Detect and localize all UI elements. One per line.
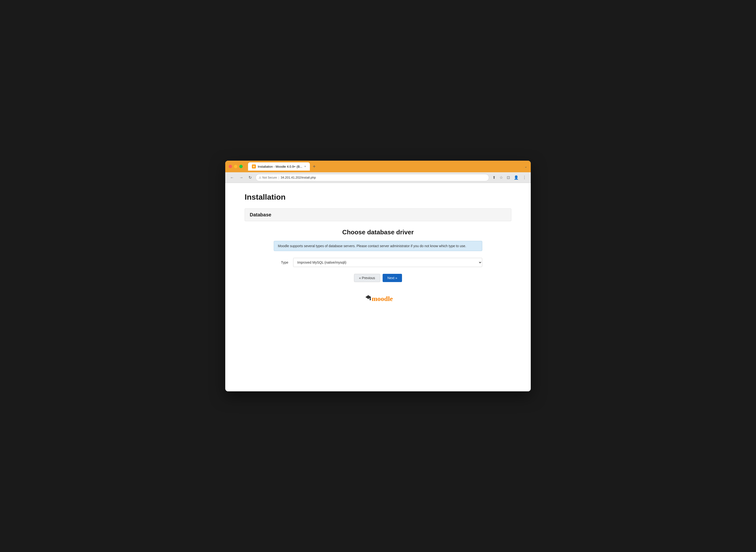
share-icon[interactable]: ⬆ xyxy=(492,175,497,180)
sidebar-icon[interactable]: ⊡ xyxy=(506,175,511,180)
section-title: Database xyxy=(250,212,271,218)
page-content: Installation Database Choose database dr… xyxy=(225,183,531,391)
address-field[interactable]: ⚠ Not Secure | 34.201.41.202/install.php xyxy=(255,174,489,181)
content-area: Choose database driver Moodle supports s… xyxy=(274,229,482,305)
minimize-light[interactable] xyxy=(234,165,237,168)
close-light[interactable] xyxy=(229,165,232,168)
moodle-logo: moodle xyxy=(274,292,482,305)
title-bar: M Installation - Moodle 4.0.9+ (B... × +… xyxy=(225,161,531,172)
url-divider: | xyxy=(278,176,279,179)
previous-button[interactable]: « Previous xyxy=(354,274,380,282)
active-tab[interactable]: M Installation - Moodle 4.0.9+ (B... × xyxy=(248,162,310,171)
tab-close-icon[interactable]: × xyxy=(304,165,306,168)
page-title: Installation xyxy=(245,193,511,201)
tab-favicon: M xyxy=(252,164,256,168)
menu-icon[interactable]: ⋮ xyxy=(522,175,527,180)
tab-bar: M Installation - Moodle 4.0.9+ (B... × +… xyxy=(248,162,527,171)
section-header: Database xyxy=(245,209,511,221)
svg-rect-1 xyxy=(370,297,371,299)
security-indicator: ⚠ Not Secure xyxy=(259,176,277,179)
address-bar: ← → ↻ ⚠ Not Secure | 34.201.41.202/insta… xyxy=(225,172,531,183)
type-row: Type Improved MySQL (native/mysqli) Mari… xyxy=(274,258,482,267)
maximize-light[interactable] xyxy=(239,165,243,168)
new-tab-button[interactable]: + xyxy=(311,164,317,169)
browser-window: M Installation - Moodle 4.0.9+ (B... × +… xyxy=(225,161,531,391)
profile-icon[interactable]: 👤 xyxy=(513,175,520,180)
tab-chevron-icon: ⌄ xyxy=(524,164,527,168)
tab-title: Installation - Moodle 4.0.9+ (B... xyxy=(258,165,302,168)
svg-point-2 xyxy=(369,299,371,300)
forward-button[interactable]: → xyxy=(238,174,245,181)
button-row: « Previous Next » xyxy=(274,274,482,282)
url-text: 34.201.41.202/install.php xyxy=(281,176,316,179)
svg-text:moodle: moodle xyxy=(372,295,393,302)
type-label: Type xyxy=(274,261,288,264)
reload-button[interactable]: ↻ xyxy=(247,174,253,181)
address-icons: ⬆ ☆ ⊡ 👤 ⋮ xyxy=(492,175,527,180)
bookmark-icon[interactable]: ☆ xyxy=(499,175,504,180)
back-button[interactable]: ← xyxy=(229,174,235,181)
warning-icon: ⚠ xyxy=(259,176,261,179)
info-text: Moodle supports several types of databas… xyxy=(278,244,466,248)
traffic-lights xyxy=(229,165,243,168)
moodle-logo-graphic: moodle xyxy=(361,292,395,305)
form-heading: Choose database driver xyxy=(274,229,482,236)
database-type-select[interactable]: Improved MySQL (native/mysqli) MariaDB (… xyxy=(293,258,482,267)
info-box: Moodle supports several types of databas… xyxy=(274,241,482,251)
not-secure-label: Not Secure xyxy=(262,176,277,179)
next-button[interactable]: Next » xyxy=(383,274,402,282)
